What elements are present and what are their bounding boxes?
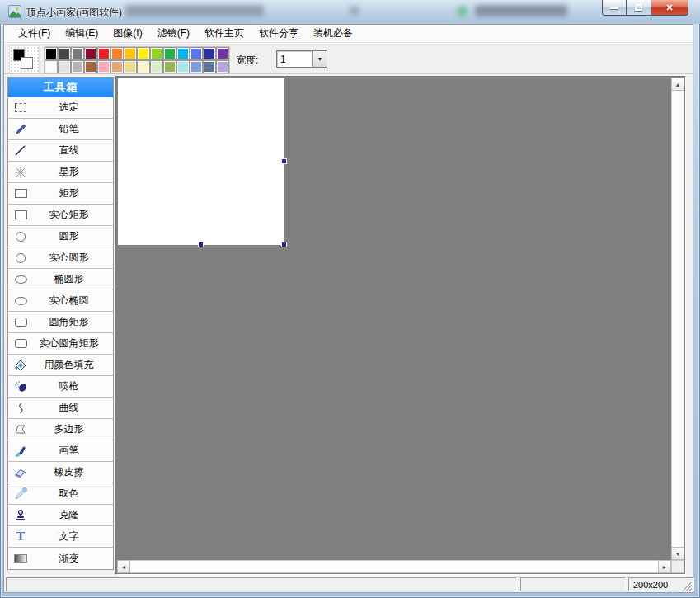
tool-star[interactable]: 星形 [8, 162, 113, 183]
palette-swatch[interactable] [71, 60, 84, 73]
palette-swatch[interactable] [97, 47, 110, 60]
palette-swatch[interactable] [110, 60, 124, 73]
tool-picker[interactable]: 取色 [8, 483, 113, 505]
drawing-canvas[interactable] [118, 78, 284, 245]
palette-swatch[interactable] [203, 47, 216, 60]
tool-eraser[interactable]: 橡皮擦 [8, 462, 113, 483]
fg-bg-color-indicator[interactable] [9, 45, 40, 73]
palette-swatch[interactable] [190, 60, 203, 73]
tool-filled-rounded-rect[interactable]: 实心圆角矩形 [8, 333, 113, 355]
scroll-up-icon[interactable]: ▲ [671, 78, 684, 91]
window-title: 顶点小画家(画图软件) [26, 6, 122, 20]
tool-fill[interactable]: 用颜色填充 [8, 355, 113, 376]
tool-pencil[interactable]: 铅笔 [8, 119, 113, 140]
tool-gradient[interactable]: 渐变 [8, 548, 113, 569]
menu-file[interactable]: 文件(F) [11, 24, 58, 43]
tool-label: 画笔 [33, 444, 113, 458]
tool-text[interactable]: T 文字 [8, 526, 113, 548]
title-bar[interactable]: 顶点小画家(画图软件) × [0, 0, 700, 24]
vertical-scrollbar[interactable]: ▲ ▼ [671, 78, 684, 560]
palette-swatch[interactable] [137, 47, 150, 60]
palette-swatch[interactable] [150, 47, 163, 60]
palette-swatch[interactable] [110, 47, 124, 60]
palette-swatch[interactable] [58, 47, 71, 60]
maximize-button[interactable] [627, 0, 651, 16]
ellipse-icon [8, 275, 33, 284]
scroll-left-icon[interactable]: ◄ [117, 560, 130, 573]
palette-swatch[interactable] [216, 60, 229, 73]
palette-swatch[interactable] [84, 47, 97, 60]
tool-label: 用颜色填充 [33, 358, 113, 372]
close-button[interactable]: × [651, 0, 688, 16]
scroll-right-icon[interactable]: ► [658, 560, 671, 573]
filled-rectangle-icon [8, 210, 33, 219]
palette-swatch[interactable] [163, 47, 176, 60]
resize-handle-right[interactable] [281, 158, 287, 164]
tool-filled-circle[interactable]: 实心圆形 [8, 247, 113, 269]
stroke-width-dropdown[interactable]: 1 ▼ [276, 50, 327, 68]
tool-select[interactable]: 选定 [8, 97, 113, 119]
tool-curve[interactable]: 曲线 [8, 398, 113, 419]
palette-swatch[interactable] [124, 47, 137, 60]
tool-circle[interactable]: 圆形 [8, 226, 113, 247]
minimize-button[interactable] [602, 0, 627, 16]
palette-swatch[interactable] [190, 47, 203, 60]
menu-homepage[interactable]: 软件主页 [197, 24, 251, 43]
palette-swatch[interactable] [45, 60, 58, 73]
maximize-icon [635, 4, 642, 11]
menu-essentials[interactable]: 装机必备 [306, 24, 360, 43]
tool-rounded-rect[interactable]: 圆角矩形 [8, 312, 113, 333]
tool-ellipse[interactable]: 椭圆形 [8, 269, 113, 290]
palette-swatch[interactable] [216, 47, 229, 60]
background-window-blur [350, 7, 359, 15]
palette-swatch[interactable] [45, 47, 58, 60]
dropdown-arrow-icon[interactable]: ▼ [312, 51, 327, 67]
menu-share[interactable]: 软件分享 [251, 24, 306, 43]
palette-swatch[interactable] [84, 60, 97, 73]
palette-swatch[interactable] [137, 60, 150, 73]
palette-swatch[interactable] [124, 60, 137, 73]
palette-swatch[interactable] [150, 60, 163, 73]
tool-filled-rect[interactable]: 实心矩形 [8, 205, 113, 226]
palette-swatch[interactable] [97, 60, 110, 73]
tool-label: 直线 [33, 144, 113, 158]
color-picker-icon [8, 487, 33, 501]
tool-clone[interactable]: 克隆 [8, 505, 113, 526]
menu-image[interactable]: 图像(I) [106, 24, 149, 43]
scroll-down-icon[interactable]: ▼ [671, 547, 684, 560]
palette-swatch[interactable] [203, 60, 216, 73]
filled-circle-icon [8, 253, 33, 263]
palette-swatch[interactable] [71, 47, 84, 60]
horizontal-scrollbar[interactable]: ◄ ► [117, 560, 671, 573]
tool-label: 喷枪 [33, 379, 113, 393]
tool-label: 实心圆角矩形 [33, 337, 113, 351]
app-client-area: 文件(F) 编辑(E) 图像(I) 滤镜(F) 软件主页 软件分享 装机必备 [3, 24, 693, 593]
menu-edit[interactable]: 编辑(E) [58, 24, 106, 43]
tool-spray[interactable]: 喷枪 [8, 376, 113, 398]
app-window: 顶点小画家(画图软件) × 文件(F) 编辑(E) 图像(I) 滤镜(F) 软件… [0, 0, 700, 598]
menu-filter[interactable]: 滤镜(F) [150, 24, 197, 43]
app-logo-icon [8, 5, 21, 18]
tool-polygon[interactable]: 多边形 [8, 419, 113, 440]
minimize-icon [610, 7, 618, 9]
palette-swatch[interactable] [176, 47, 190, 60]
scrollbar-corner [671, 560, 684, 573]
palette-swatch[interactable] [58, 60, 71, 73]
palette-swatch[interactable] [176, 60, 190, 73]
tool-line[interactable]: 直线 [8, 140, 113, 162]
resize-handle-bottom[interactable] [198, 242, 204, 247]
tool-filled-ellipse[interactable]: 实心椭圆 [8, 290, 113, 312]
tool-label: 实心矩形 [33, 208, 113, 222]
tool-label: 取色 [33, 487, 113, 501]
resize-grip[interactable] [681, 581, 692, 591]
background-window-blur [475, 5, 567, 16]
tool-brush[interactable]: 画笔 [8, 440, 113, 462]
resize-handle-bottom-right[interactable] [281, 242, 287, 247]
palette-swatch[interactable] [163, 60, 176, 73]
canvas-viewport[interactable] [117, 78, 671, 560]
stroke-width-label: 宽度: [236, 54, 258, 68]
tool-rect[interactable]: 矩形 [8, 183, 113, 205]
rectangle-icon [8, 189, 33, 198]
status-bar: 200x200 [4, 575, 693, 592]
tool-label: 铅笔 [33, 122, 113, 136]
